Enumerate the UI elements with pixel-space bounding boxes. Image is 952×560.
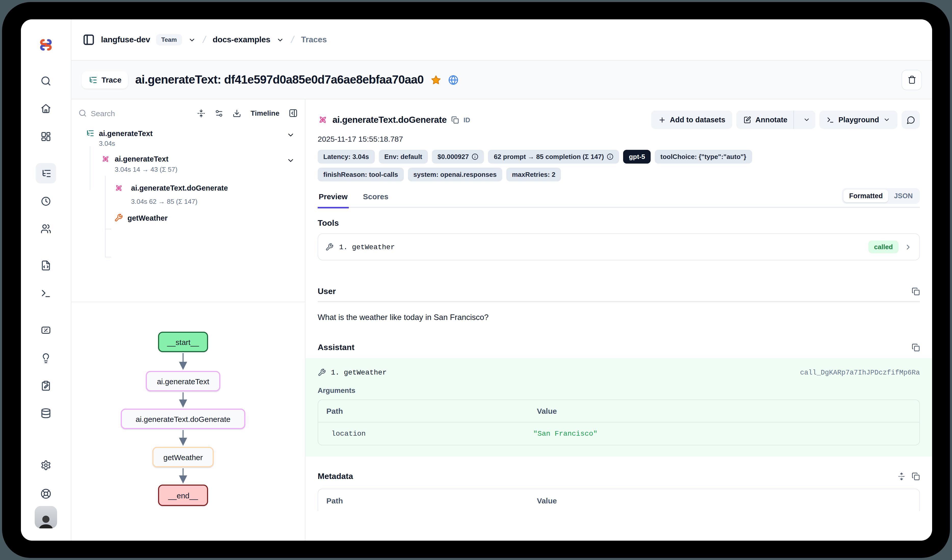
graph-node-getweather[interactable]: getWeather	[153, 447, 214, 467]
trace-type-label: Trace	[102, 76, 121, 84]
public-globe-icon[interactable]	[448, 75, 458, 85]
sidebar-rail	[21, 19, 71, 541]
expand-icon[interactable]	[898, 472, 906, 480]
tool-list-item[interactable]: 1. getWeather called	[318, 233, 920, 261]
tree-search-input[interactable]	[91, 109, 137, 117]
tree-row-getweather[interactable]: getWeather	[79, 213, 298, 222]
project-chevron-down-icon[interactable]	[277, 36, 284, 43]
generation-icon	[114, 184, 124, 193]
observation-detail-panel: ai.generateText.doGenerate ID Add to dat…	[306, 99, 932, 541]
org-type-badge: Team	[156, 34, 182, 45]
graph-node-end[interactable]: __end__	[158, 484, 208, 506]
args-row-path: location	[331, 430, 533, 438]
evals-icon[interactable]	[40, 353, 51, 364]
assistant-section-header: Assistant	[318, 343, 920, 352]
tab-preview[interactable]: Preview	[318, 192, 349, 207]
collapse-panel-icon[interactable]	[289, 108, 298, 118]
tab-scores[interactable]: Scores	[362, 192, 389, 207]
pen-square-icon	[744, 116, 751, 123]
plus-icon	[658, 116, 666, 123]
playground-button[interactable]: Playground	[819, 111, 898, 129]
graph-node-start[interactable]: __start__	[158, 332, 208, 352]
datasets-icon[interactable]	[40, 408, 51, 419]
agent-graph-panel: __start__ ai.generateText ai.generateTex…	[71, 302, 305, 541]
dashboard-icon[interactable]	[40, 131, 51, 142]
chevron-down-icon[interactable]	[287, 156, 295, 165]
collapse-all-icon[interactable]	[197, 109, 206, 117]
args-col-path: Path	[326, 407, 537, 415]
graph-node-dogenerate[interactable]: ai.generateText.doGenerate	[121, 409, 245, 429]
terminal-icon	[827, 116, 834, 123]
metadata-table: Path Value	[318, 489, 920, 511]
users-icon[interactable]	[40, 224, 51, 234]
playground-icon[interactable]	[40, 288, 51, 299]
prompts-icon[interactable]	[40, 260, 51, 271]
toolchoice-badge: toolChoice: {"type":"auto"}	[655, 150, 752, 164]
tokens-badge[interactable]: 62 prompt → 85 completion (Σ 147)	[488, 150, 619, 164]
chevron-right-icon[interactable]	[904, 243, 912, 251]
annotate-split-button[interactable]: Annotate	[737, 111, 816, 129]
timeline-toggle[interactable]: Timeline	[250, 109, 280, 117]
breadcrumb-org[interactable]: langfuse-dev	[101, 35, 150, 44]
trace-type-pill: Trace	[82, 71, 128, 88]
tree-row-trace[interactable]: ai.generateText 3.04s	[79, 129, 298, 147]
download-icon[interactable]	[233, 109, 241, 117]
tree-row-label: getWeather	[127, 214, 167, 222]
user-section-header: User	[318, 287, 920, 296]
wrench-icon	[318, 369, 326, 376]
add-to-datasets-button[interactable]: Add to datasets	[651, 111, 733, 129]
tracing-icon[interactable]	[36, 163, 56, 184]
tree-search[interactable]	[79, 109, 188, 117]
annotation-icon[interactable]	[40, 380, 51, 391]
graph-node-generatetext[interactable]: ai.generateText	[146, 371, 220, 391]
bookmark-star-icon[interactable]	[431, 75, 441, 85]
cost-badge[interactable]: $0.000927	[432, 150, 484, 164]
sidebar-toggle-icon[interactable]	[83, 34, 95, 46]
copy-icon[interactable]	[912, 472, 920, 480]
settings-icon[interactable]	[40, 460, 51, 471]
breadcrumb-separator: /	[290, 34, 295, 45]
chevron-down-icon[interactable]	[287, 131, 295, 139]
observation-column: Timeline	[71, 99, 306, 541]
metadata-section-header: Metadata	[318, 472, 920, 481]
scores-icon[interactable]	[40, 325, 51, 336]
wrench-icon	[114, 213, 123, 222]
tool-name: 1. getWeather	[339, 243, 395, 251]
annotate-dropdown-chevron-icon[interactable]	[798, 111, 815, 129]
args-col-value: Value	[537, 407, 557, 415]
annotate-button[interactable]: Annotate	[737, 111, 794, 129]
format-json-option[interactable]: JSON	[888, 190, 918, 202]
sessions-icon[interactable]	[40, 196, 51, 207]
chevron-down-icon	[883, 116, 890, 123]
wrench-icon	[325, 243, 334, 251]
copy-icon[interactable]	[912, 344, 920, 352]
model-badge[interactable]: gpt-5	[623, 150, 651, 164]
info-icon	[472, 153, 479, 160]
metadata-col-path: Path	[326, 496, 537, 505]
generation-icon	[318, 115, 328, 125]
home-icon[interactable]	[40, 103, 51, 114]
arguments-label: Arguments	[318, 386, 920, 394]
tree-row-generation[interactable]: ai.generateText 3.04s 14 → 43 (Σ 57)	[79, 154, 298, 173]
search-icon[interactable]	[40, 76, 51, 86]
latency-badge: Latency: 3.04s	[318, 150, 374, 164]
metadata-heading: Metadata	[318, 472, 353, 481]
format-formatted-option[interactable]: Formatted	[844, 190, 888, 202]
org-chevron-down-icon[interactable]	[188, 36, 196, 43]
tree-row-dogenerate-selected[interactable]: ai.generateText.doGenerate 3.04s 62 → 85…	[79, 180, 298, 205]
delete-trace-button[interactable]	[901, 69, 922, 90]
copy-icon[interactable]	[912, 287, 920, 296]
copy-id-icon[interactable]	[451, 116, 459, 123]
support-icon[interactable]	[40, 488, 51, 499]
tree-row-label: ai.generateText.doGenerate	[131, 184, 228, 192]
user-heading: User	[318, 287, 336, 296]
breadcrumb-separator: /	[202, 34, 207, 45]
tree-settings-icon[interactable]	[215, 109, 224, 117]
arguments-table: Path Value location "San Francisco"	[318, 400, 920, 445]
tree-row-duration: 3.04s	[86, 140, 298, 147]
avatar[interactable]	[35, 506, 57, 528]
comments-button[interactable]	[901, 111, 920, 129]
breadcrumb-project[interactable]: docs-examples	[213, 35, 270, 44]
breadcrumb-section[interactable]: Traces	[301, 35, 327, 44]
info-icon	[607, 153, 614, 160]
